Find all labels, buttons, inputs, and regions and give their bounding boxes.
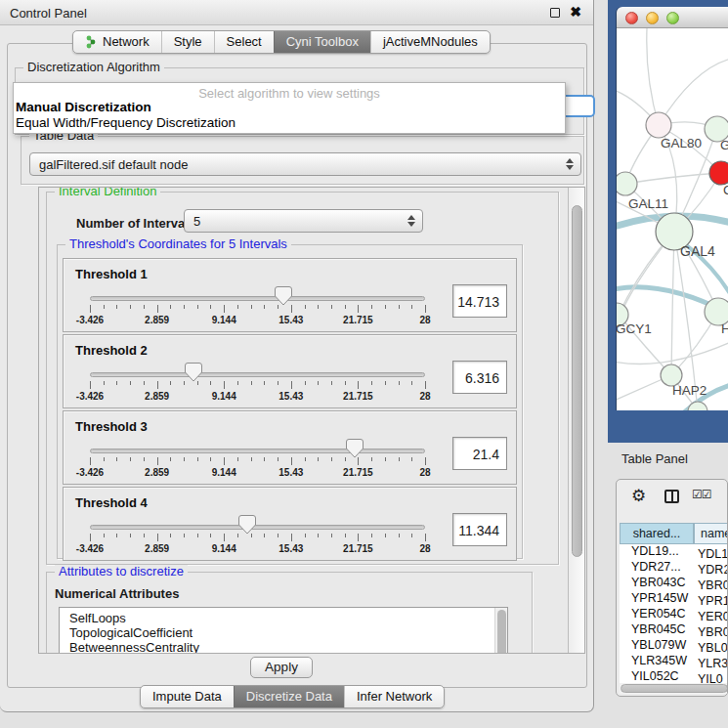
network-window: GAL80 GA C GAL11 GAL4 GCY1 H HAP2	[617, 7, 728, 410]
node-bottom[interactable]	[688, 402, 707, 410]
tab-select[interactable]: Select	[214, 31, 274, 53]
slider-track[interactable]	[90, 525, 425, 530]
table-row[interactable]: YLR345WYLR3	[620, 654, 728, 669]
float-window-icon[interactable]	[550, 8, 560, 18]
table-panel-title: Table Panel	[621, 451, 688, 466]
list-scrollbar[interactable]	[494, 608, 507, 654]
settings-scrollpane: Interval Definition Number of Intervals …	[38, 187, 585, 654]
number-of-intervals-label: Number of Intervals	[76, 216, 195, 231]
network-canvas[interactable]: GAL80 GA C GAL11 GAL4 GCY1 H HAP2	[617, 28, 728, 410]
table-row[interactable]: YDL19...YDL1	[620, 544, 728, 560]
threshold-label: Threshold 1	[75, 267, 148, 281]
settings-vertical-scrollbar[interactable]	[568, 188, 584, 653]
numerical-attributes-list: SelfLoops TopologicalCoefficient Between…	[59, 607, 508, 654]
table-body: YDL19...YDL1 YDR27...YDR2 YBR043CYBR0 YP…	[620, 544, 728, 683]
group-title: Attributes to discretize	[55, 565, 188, 578]
threshold-3-panel: Threshold 3 -3.4262.8599.14415.4321.7152…	[63, 410, 517, 485]
slider-track[interactable]	[90, 449, 425, 453]
table-data-combobox[interactable]: galFiltered.sif default node	[29, 152, 581, 176]
slider-track[interactable]	[90, 372, 425, 377]
slider-scale-labels: -3.4262.8599.14415.4321.71528	[90, 543, 425, 554]
gear-icon[interactable]: ⚙	[631, 486, 646, 506]
table-row[interactable]: YIL052CYIL0	[620, 669, 728, 683]
slider-thumb[interactable]	[275, 286, 292, 306]
threshold-label: Threshold 3	[75, 419, 148, 434]
node-label: GCY1	[617, 321, 652, 336]
slider-thumb[interactable]	[185, 363, 202, 382]
threshold-label: Threshold 2	[75, 343, 148, 358]
table-horizontal-scrollbar[interactable]	[620, 683, 728, 694]
apply-button[interactable]: Apply	[250, 657, 313, 678]
tab-impute-data[interactable]: Impute Data	[141, 686, 234, 707]
cyni-toolbox-panel: Discretization Algorithm Select algorith…	[7, 43, 587, 688]
slider-ticks	[90, 534, 425, 541]
tab-cyni-toolbox[interactable]: Cyni Toolbox	[274, 31, 370, 53]
slider-ticks	[90, 305, 425, 313]
tab-discretize-data[interactable]: Discretize Data	[234, 686, 344, 707]
threshold-1-panel: Threshold 1 -3.4262.8599.14415.4321.7152…	[63, 258, 517, 332]
node-label: GA	[720, 138, 728, 152]
bottom-tab-bar: Impute Data Discretize Data Infer Networ…	[140, 685, 445, 708]
node-label: H	[721, 321, 728, 336]
control-panel-titlebar: Control Panel ✖	[0, 0, 593, 25]
table-row[interactable]: YBL079WYBL0	[620, 638, 728, 654]
control-panel-window: Control Panel ✖ Network Style Select Cyn…	[0, 0, 594, 712]
slider-thumb[interactable]	[238, 515, 256, 535]
node-gal11[interactable]	[617, 172, 637, 195]
table-data-group: Table Data galFiltered.sif default node	[21, 136, 584, 185]
table-data-selected-value: galFiltered.sif default node	[39, 157, 188, 172]
slider-scale-labels: -3.4262.8599.14415.4321.71528	[90, 467, 425, 478]
list-item[interactable]: TopologicalCoefficient	[60, 625, 507, 640]
list-item[interactable]: BetweennessCentrality	[60, 640, 507, 654]
column-header-name[interactable]: name	[694, 523, 728, 544]
threshold-value-field[interactable]: 14.713	[452, 284, 507, 318]
table-row[interactable]: YDR27...YDR2	[620, 560, 728, 576]
zoom-traffic-light-icon[interactable]	[666, 12, 679, 24]
node-label: C	[723, 183, 728, 197]
dropdown-item-manual-discretization[interactable]: Manual Discretization	[14, 100, 565, 115]
scrollbar-thumb[interactable]	[572, 205, 582, 557]
tab-network[interactable]: Network	[73, 31, 161, 53]
dropdown-placeholder-item[interactable]: Select algorithm to view settings	[14, 83, 565, 100]
node-label: HAP2	[672, 383, 707, 398]
combo-arrows-icon	[407, 215, 415, 227]
table-row[interactable]: YER054CYER0	[620, 607, 728, 622]
checkboxes-icon[interactable]: ☑☑	[692, 488, 711, 501]
group-title: Discretization Algorithm	[23, 61, 164, 74]
slider-ticks	[90, 381, 425, 389]
slider-thumb[interactable]	[346, 439, 364, 458]
tab-style[interactable]: Style	[161, 31, 214, 53]
dropdown-item-equal-width[interactable]: Equal Width/Frequency Discretization	[14, 115, 565, 131]
number-of-intervals-combobox[interactable]: 5	[184, 209, 423, 233]
network-window-titlebar	[617, 7, 728, 28]
table-header-row: shared... name	[620, 523, 728, 544]
table-row[interactable]: YBR043CYBR0	[620, 576, 728, 591]
node-label: GAL4	[680, 243, 715, 259]
node-gal80[interactable]	[646, 112, 671, 138]
threshold-4-panel: Threshold 4 -3.4262.8599.14415.4321.7152…	[63, 487, 517, 561]
numerical-attributes-heading: Numerical Attributes	[55, 586, 179, 601]
group-title: Interval Definition	[55, 187, 160, 198]
threshold-value-field[interactable]: 6.316	[452, 361, 507, 394]
minimize-traffic-light-icon[interactable]	[646, 12, 659, 24]
algorithm-dropdown-popup: Select algorithm to view settings Manual…	[13, 82, 566, 134]
threshold-label: Threshold 4	[75, 495, 148, 510]
close-icon[interactable]: ✖	[570, 4, 581, 20]
panel-title: Control Panel	[10, 6, 87, 21]
table-panel-window: ⚙ ☑☑ shared... name YDL19...YDL1 YDR27..…	[616, 479, 728, 697]
threshold-value-field[interactable]: 21.4	[452, 437, 507, 470]
node-red-selected[interactable]	[709, 161, 728, 185]
column-header-shared-name[interactable]: shared...	[620, 523, 694, 544]
interval-definition-group: Interval Definition Number of Intervals …	[46, 192, 559, 565]
table-row[interactable]: YPR145WYPR1	[620, 591, 728, 607]
scrollbar-thumb[interactable]	[621, 684, 728, 693]
tab-infer-network[interactable]: Infer Network	[344, 686, 444, 707]
close-traffic-light-icon[interactable]	[625, 12, 638, 24]
tab-jactivemnodules[interactable]: jActiveMNodules	[370, 31, 490, 53]
slider-track[interactable]	[90, 296, 425, 301]
group-title: Threshold's Coordinates for 5 Intervals	[65, 237, 291, 251]
list-item[interactable]: SelfLoops	[60, 608, 507, 625]
column-layout-icon[interactable]	[664, 490, 679, 503]
threshold-value-field[interactable]: 11.344	[452, 513, 507, 546]
table-row[interactable]: YBR045CYBR0	[620, 622, 728, 638]
